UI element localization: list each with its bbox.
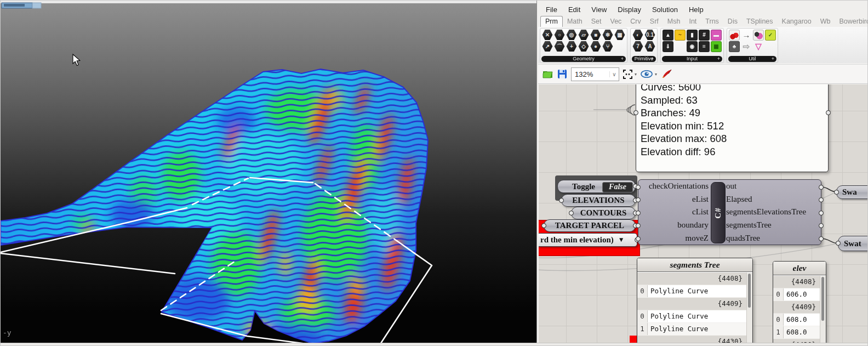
param-target-parcel[interactable]: TARGET PARCEL [544, 219, 636, 232]
dropdown-triangle-icon[interactable]: ▼ [618, 236, 625, 244]
component-icon[interactable]: ⌒ [554, 41, 565, 52]
stats-panel[interactable]: Curves: 5600 Sampled: 63 Branches: 49 El… [636, 84, 829, 172]
boolean-toggle[interactable]: Toggle False [557, 180, 636, 193]
toggle-value[interactable]: False [602, 182, 633, 192]
param-input-port[interactable] [559, 198, 564, 203]
component-icon[interactable]: → [741, 30, 752, 41]
component-icon[interactable]: ⑂ [602, 41, 613, 52]
zoom-level-combobox[interactable]: 132% ∨ [571, 67, 619, 81]
expand-icon[interactable]: + [651, 56, 654, 62]
zoom-extents-icon[interactable] [623, 70, 632, 79]
output-port-out[interactable] [819, 185, 824, 190]
viewport-tab[interactable] [2, 3, 41, 8]
component-icon[interactable]: ▦ [614, 30, 625, 41]
component-icon[interactable]: ~ [675, 30, 686, 41]
tab-srf[interactable]: Srf [646, 16, 663, 27]
component-icon[interactable]: 0.1 [644, 30, 655, 41]
sketch-pen-icon[interactable] [661, 69, 673, 80]
swatch-component-2[interactable]: Swat [838, 236, 868, 251]
component-icon[interactable]: ≡ [699, 41, 710, 52]
output-port-quadsTree[interactable] [819, 236, 824, 241]
segments-tree-panel[interactable]: segments Tree {4408}0Polyline Curve{4409… [637, 258, 753, 343]
tab-math[interactable]: Math [563, 16, 587, 27]
component-icon[interactable]: ◎ [566, 30, 577, 41]
component-icon[interactable]: ▽ [753, 41, 764, 52]
menu-item-view[interactable]: View [586, 5, 612, 14]
menu-item-file[interactable]: File [540, 5, 563, 14]
save-file-icon[interactable] [557, 69, 567, 79]
chevron-down-icon[interactable]: ∨ [609, 71, 619, 77]
preview-eye-icon[interactable] [641, 70, 653, 78]
tab-vec[interactable]: Vec [606, 16, 626, 27]
elev-panel[interactable]: elev {4408}0606.0{4409}0608.01608.0{4430… [773, 261, 826, 343]
tab-trns[interactable]: Trns [701, 16, 723, 27]
component-icon[interactable]: ▬ [711, 30, 722, 41]
component-icon[interactable]: 7 [632, 41, 643, 52]
component-icon[interactable]: ✕ [542, 30, 553, 41]
output-port-segmentsElevationsTree[interactable] [819, 211, 824, 215]
tab-bowerbird[interactable]: Bowerbird [835, 16, 868, 27]
expand-icon[interactable]: + [772, 56, 774, 62]
param-input-port[interactable] [569, 211, 574, 215]
component-icon[interactable] [729, 30, 740, 41]
component-icon[interactable]: ▦ [711, 41, 722, 52]
component-icon[interactable]: # [699, 30, 710, 41]
component-icon[interactable]: ✓ [765, 30, 776, 41]
rhino-3d-viewport[interactable]: -y [1, 1, 536, 346]
component-icon[interactable]: ● [590, 41, 601, 52]
component-icon[interactable]: ◐ [632, 30, 643, 41]
menu-item-display[interactable]: Display [612, 5, 647, 14]
component-icon[interactable]: + [566, 41, 577, 52]
component-icon[interactable]: ⇓ [663, 41, 673, 52]
component-icon[interactable]: ♣ [729, 41, 740, 52]
component-icon[interactable]: ▮ [687, 30, 698, 41]
component-icon[interactable]: ❄ [602, 30, 613, 41]
input-port-moveZ[interactable] [636, 236, 641, 241]
component-icon[interactable]: ○ [554, 30, 565, 41]
tab-set[interactable]: Set [587, 16, 606, 27]
menu-item-help[interactable]: Help [683, 5, 709, 14]
panel-scrollbar[interactable] [746, 273, 752, 344]
panel-output-port[interactable] [826, 110, 831, 115]
param-input-port[interactable] [541, 223, 546, 228]
menu-item-solution[interactable]: Solution [647, 5, 683, 14]
param-contours[interactable]: CONTOURS [571, 207, 636, 219]
component-icon[interactable]: A [644, 41, 655, 52]
component-icon[interactable]: ◇ [578, 41, 589, 52]
expand-icon[interactable]: + [717, 56, 720, 62]
swatch-component-1[interactable]: Swa [836, 185, 868, 199]
component-icon[interactable]: ↗ [542, 41, 553, 52]
grasshopper-canvas[interactable]: Curves: 5600 Sampled: 63 Branches: 49 El… [539, 84, 868, 343]
tab-int[interactable]: Int [684, 16, 701, 27]
input-port-checkOrientations[interactable] [636, 185, 641, 190]
panel-scrollbar[interactable] [820, 276, 826, 344]
component-icon[interactable]: ⇨ [741, 41, 752, 52]
tab-crv[interactable]: Crv [626, 16, 645, 27]
component-icon[interactable]: ▱ [578, 30, 589, 41]
open-file-icon[interactable] [542, 69, 553, 79]
swatch-input-port[interactable] [836, 241, 841, 246]
scrollbar-thumb[interactable] [821, 277, 824, 321]
scrollbar-thumb[interactable] [748, 274, 751, 308]
component-icon[interactable]: ■ [590, 30, 601, 41]
preview-dropdown-arrow[interactable]: ▾ [655, 72, 657, 77]
tab-kangaroo[interactable]: Kangaroo [778, 16, 816, 27]
input-port-cList[interactable] [636, 211, 641, 215]
csharp-script-component[interactable]: checkOrientationseListcListboundarymoveZ… [638, 179, 821, 245]
csharp-badge[interactable]: C# [711, 182, 726, 243]
tab-wb[interactable]: Wb [816, 16, 835, 27]
panel-input-port[interactable] [633, 110, 638, 115]
expand-icon[interactable]: + [621, 56, 624, 62]
zoom-extents-dropdown-arrow[interactable]: ▾ [635, 72, 637, 77]
component-icon[interactable] [753, 30, 764, 41]
swatch-input-port[interactable] [834, 190, 839, 195]
param-elevations[interactable]: ELEVATIONS [561, 194, 636, 207]
tab-prm[interactable]: Prm [540, 16, 563, 27]
component-icon[interactable]: ◉ [687, 41, 698, 52]
tab-msh[interactable]: Msh [663, 16, 685, 27]
menu-item-edit[interactable]: Edit [563, 5, 586, 14]
value-list-dropdown[interactable]: rd the min elevation) ▼ [539, 233, 637, 247]
tab-tsplines[interactable]: TSplines [742, 16, 778, 27]
tab-dis[interactable]: Dis [723, 16, 742, 27]
component-icon[interactable]: ▲ [663, 30, 673, 41]
